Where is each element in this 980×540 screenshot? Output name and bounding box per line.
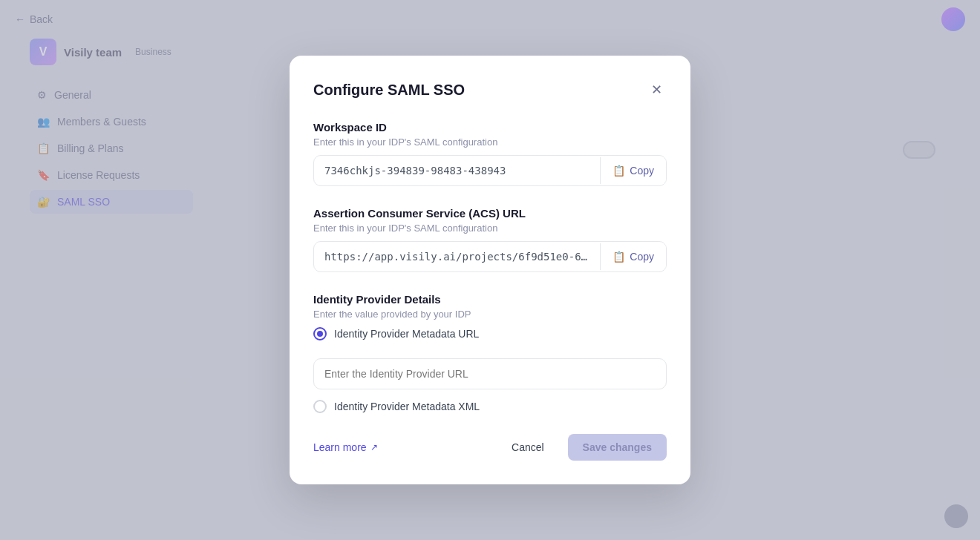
modal-overlay: Configure SAML SSO ✕ Workspace ID Enter … xyxy=(0,0,980,540)
workspace-id-copy-button[interactable]: 📋 Copy xyxy=(600,157,666,184)
modal-header: Configure SAML SSO ✕ xyxy=(313,79,667,100)
idp-radio-group: Identity Provider Metadata URL Identity … xyxy=(313,327,667,413)
acs-url-section: Assertion Consumer Service (ACS) URL Ent… xyxy=(313,207,667,272)
radio-item-url[interactable]: Identity Provider Metadata URL xyxy=(313,327,667,340)
acs-url-copy-button[interactable]: 📋 Copy xyxy=(600,243,666,270)
acs-url-field: https://app.visily.ai/projects/6f9d51e0-… xyxy=(313,241,667,272)
acs-url-desc: Enter this in your IDP's SAML configurat… xyxy=(313,223,667,234)
acs-url-copy-label: Copy xyxy=(630,251,654,263)
modal-footer: Learn more ↗ Cancel Save changes xyxy=(313,434,667,461)
radio-label-url: Identity Provider Metadata URL xyxy=(334,328,479,340)
workspace-id-field: 7346chkjs-394839-98483-438943 📋 Copy xyxy=(313,155,667,186)
configure-saml-modal: Configure SAML SSO ✕ Workspace ID Enter … xyxy=(290,56,690,484)
external-link-icon: ↗ xyxy=(370,442,378,452)
learn-more-link[interactable]: Learn more ↗ xyxy=(313,441,378,453)
workspace-id-section: Workspace ID Enter this in your IDP's SA… xyxy=(313,121,667,186)
modal-title: Configure SAML SSO xyxy=(313,82,465,99)
workspace-id-title: Workspace ID xyxy=(313,121,667,134)
learn-more-label: Learn more xyxy=(313,441,367,453)
workspace-id-value: 7346chkjs-394839-98483-438943 xyxy=(314,156,600,185)
footer-actions: Cancel Save changes xyxy=(497,434,667,461)
idp-section: Identity Provider Details Enter the valu… xyxy=(313,293,667,413)
idp-desc: Enter the value provided by your IDP xyxy=(313,309,667,320)
workspace-id-copy-label: Copy xyxy=(630,165,654,177)
copy-icon-1: 📋 xyxy=(612,165,625,177)
radio-circle-url xyxy=(313,327,327,340)
workspace-id-desc: Enter this in your IDP's SAML configurat… xyxy=(313,136,667,148)
acs-url-title: Assertion Consumer Service (ACS) URL xyxy=(313,207,667,220)
acs-url-value: https://app.visily.ai/projects/6f9d51e0-… xyxy=(314,242,600,271)
radio-label-xml: Identity Provider Metadata XML xyxy=(334,401,480,412)
idp-title: Identity Provider Details xyxy=(313,293,667,306)
idp-url-input[interactable] xyxy=(313,358,667,389)
radio-circle-xml xyxy=(313,400,327,413)
save-changes-button[interactable]: Save changes xyxy=(568,434,667,461)
close-button[interactable]: ✕ xyxy=(646,79,667,100)
radio-item-xml[interactable]: Identity Provider Metadata XML xyxy=(313,400,667,413)
cancel-button[interactable]: Cancel xyxy=(497,434,559,461)
copy-icon-2: 📋 xyxy=(612,251,625,263)
